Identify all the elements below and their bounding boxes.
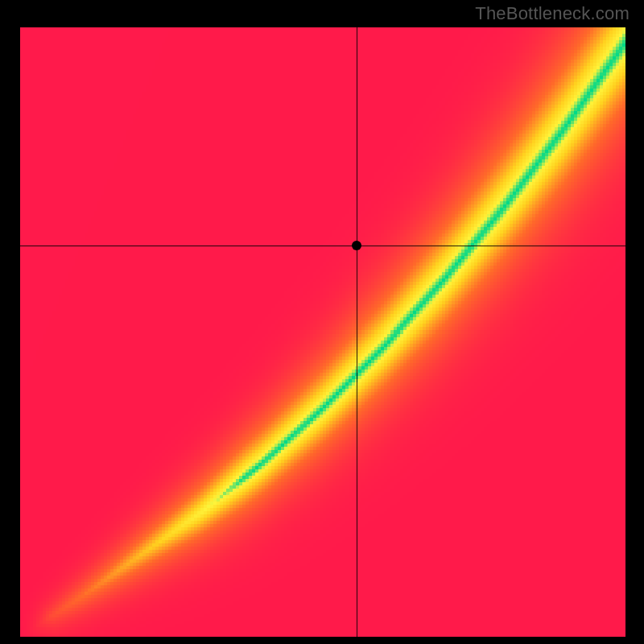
marker-dot: [352, 241, 361, 250]
crosshair-horizontal: [20, 246, 625, 246]
crosshair-vertical: [357, 27, 357, 637]
chart-container: TheBottleneck.com: [0, 0, 644, 644]
heatmap-canvas: [20, 27, 625, 637]
attribution-text: TheBottleneck.com: [475, 3, 630, 24]
